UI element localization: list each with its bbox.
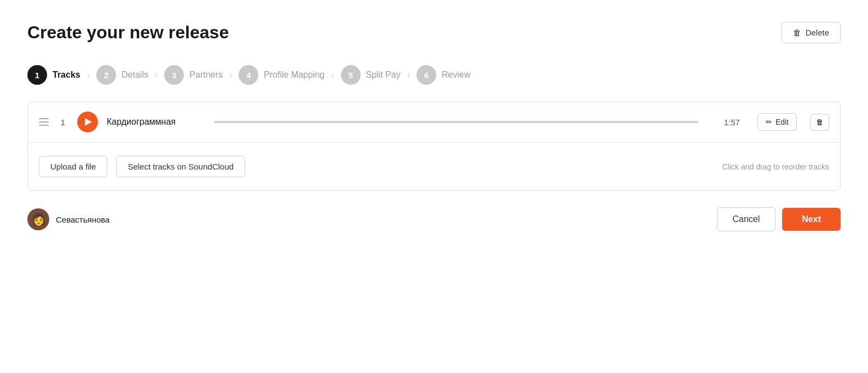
step-5-circle: 5 <box>341 65 361 85</box>
step-1-label: Tracks <box>53 70 80 80</box>
step-5-label: Split Pay <box>366 70 401 80</box>
stepper: 1 Tracks › 2 Details › 3 Partners › 4 Pr… <box>27 65 841 85</box>
soundcloud-button[interactable]: Select tracks on SoundCloud <box>116 156 245 177</box>
footer-actions: Cancel Next <box>717 207 841 231</box>
step-6-circle: 6 <box>416 65 436 85</box>
delete-button[interactable]: 🗑 Delete <box>782 22 841 43</box>
step-1-number: 1 <box>35 71 39 80</box>
step-3-number: 3 <box>172 71 176 80</box>
avatar: 👩 <box>27 208 49 230</box>
chevron-icon-2: › <box>155 70 158 80</box>
step-4-circle: 4 <box>239 65 258 85</box>
chevron-icon-1: › <box>87 70 90 80</box>
upload-file-button[interactable]: Upload a file <box>39 156 107 177</box>
track-name: Кардиограммная <box>107 117 194 127</box>
track-edit-label: Edit <box>776 118 789 126</box>
track-waveform <box>214 121 698 123</box>
upload-buttons: Upload a file Select tracks on SoundClou… <box>39 156 245 177</box>
trash-icon: 🗑 <box>793 28 801 37</box>
avatar-image: 👩 <box>31 212 46 226</box>
upload-row: Upload a file Select tracks on SoundClou… <box>28 143 840 190</box>
page-wrapper: Create your new release 🗑 Delete 1 Track… <box>0 0 868 373</box>
step-1[interactable]: 1 Tracks <box>27 65 80 85</box>
header: Create your new release 🗑 Delete <box>27 22 841 43</box>
user-info: 👩 Севастьянова <box>27 208 109 230</box>
page-title: Create your new release <box>27 22 229 43</box>
username: Севастьянова <box>56 215 109 224</box>
track-duration: 1:57 <box>718 118 740 127</box>
step-3-circle: 3 <box>164 65 184 85</box>
step-6-number: 6 <box>424 71 429 80</box>
track-trash-icon: 🗑 <box>816 118 823 126</box>
step-6-label: Review <box>442 70 470 80</box>
play-icon <box>85 118 92 126</box>
step-3-label: Partners <box>189 70 222 80</box>
track-delete-button[interactable]: 🗑 <box>810 114 829 131</box>
reorder-hint: Click and drag to reorder tracks <box>722 162 829 171</box>
step-2-number: 2 <box>104 71 108 80</box>
step-2-circle: 2 <box>96 65 116 85</box>
chevron-icon-5: › <box>407 70 410 80</box>
step-4-label: Profile Mapping <box>264 70 325 80</box>
edit-icon: ✏ <box>766 118 772 126</box>
track-number: 1 <box>57 118 68 127</box>
play-button[interactable] <box>77 112 98 132</box>
next-button[interactable]: Next <box>782 208 841 231</box>
footer: 👩 Севастьянова Cancel Next <box>27 207 841 231</box>
step-5-number: 5 <box>348 71 352 80</box>
track-edit-button[interactable]: ✏ Edit <box>757 113 797 131</box>
cancel-button[interactable]: Cancel <box>717 207 776 231</box>
step-4[interactable]: 4 Profile Mapping <box>239 65 325 85</box>
step-2-label: Details <box>121 70 148 80</box>
drag-handle[interactable] <box>39 118 49 126</box>
step-6[interactable]: 6 Review <box>416 65 470 85</box>
step-2[interactable]: 2 Details <box>96 65 148 85</box>
chevron-icon-4: › <box>331 70 334 80</box>
table-row: 1 Кардиограммная 1:57 ✏ Edit 🗑 <box>28 102 840 143</box>
chevron-icon-3: › <box>229 70 232 80</box>
step-4-number: 4 <box>246 71 251 80</box>
tracks-container: 1 Кардиограммная 1:57 ✏ Edit 🗑 Upload a … <box>27 101 841 191</box>
step-3[interactable]: 3 Partners <box>164 65 222 85</box>
delete-label: Delete <box>806 28 829 37</box>
step-1-circle: 1 <box>27 65 47 85</box>
step-5[interactable]: 5 Split Pay <box>341 65 401 85</box>
